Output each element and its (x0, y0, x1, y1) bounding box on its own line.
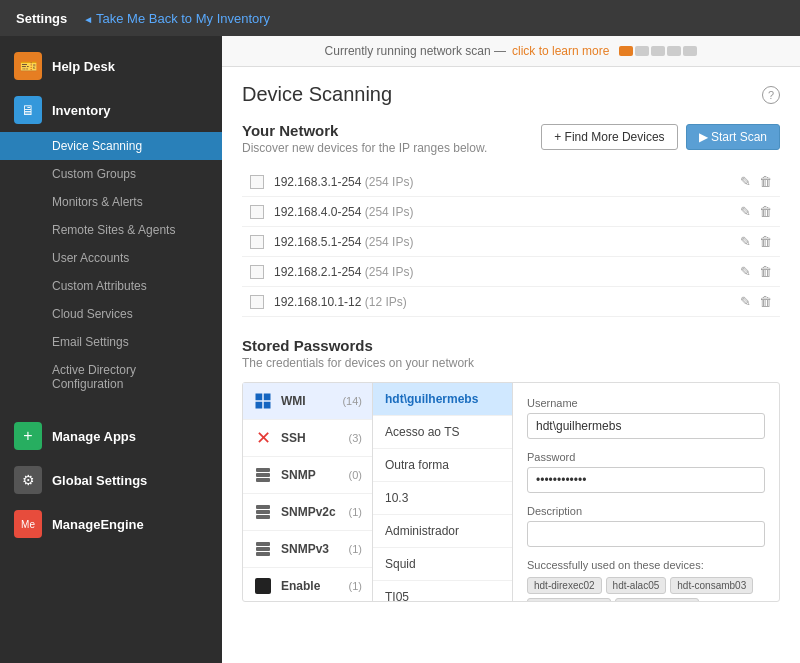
delete-icon-2[interactable]: 🗑 (759, 204, 772, 219)
ip-checkbox-4[interactable] (250, 265, 264, 279)
device-tag: hdt-direxec02 (527, 577, 602, 594)
ip-range-row: 192.168.5.1-254 (254 IPs) ✎ 🗑 (242, 227, 780, 257)
protocol-item-wmi[interactable]: WMI (14) (243, 383, 372, 420)
username-label: Username (527, 397, 765, 409)
svg-rect-11 (256, 542, 270, 546)
manage-apps-label: Manage Apps (52, 429, 136, 444)
edit-icon-1[interactable]: ✎ (740, 174, 751, 189)
snmpv3-icon (253, 539, 273, 559)
delete-icon-1[interactable]: 🗑 (759, 174, 772, 189)
ip-actions-1: ✎ 🗑 (740, 174, 772, 189)
ip-checkbox-1[interactable] (250, 175, 264, 189)
sidebar-item-custom-groups[interactable]: Custom Groups (0, 160, 222, 188)
password-input[interactable] (527, 467, 765, 493)
svg-rect-6 (256, 478, 270, 482)
edit-icon-2[interactable]: ✎ (740, 204, 751, 219)
sidebar-item-global-settings[interactable]: ⚙ Global Settings (0, 458, 222, 502)
ip-range-text-3: 192.168.5.1-254 (254 IPs) (274, 235, 740, 249)
protocol-name-enable: Enable (281, 579, 349, 593)
svg-rect-2 (256, 402, 263, 409)
delete-icon-4[interactable]: 🗑 (759, 264, 772, 279)
svg-rect-10 (256, 547, 270, 551)
edit-icon-4[interactable]: ✎ (740, 264, 751, 279)
svg-rect-9 (256, 515, 270, 519)
ip-checkbox-5[interactable] (250, 295, 264, 309)
credential-item-10-3[interactable]: 10.3 (373, 482, 512, 515)
your-network-subtitle: Discover new devices for the IP ranges b… (242, 141, 541, 155)
scan-bar-4 (667, 46, 681, 56)
protocol-list: WMI (14) ✕ SSH (3) SNMP (0) (243, 383, 373, 601)
start-scan-button[interactable]: ▶ Start Scan (686, 124, 780, 150)
ip-actions-5: ✎ 🗑 (740, 294, 772, 309)
sidebar-subnav: Device Scanning Custom Groups Monitors &… (0, 132, 222, 398)
protocol-count-wmi: (14) (342, 395, 362, 407)
help-icon[interactable]: ? (762, 86, 780, 104)
sidebar-item-manageengine[interactable]: Me ManageEngine (0, 502, 222, 546)
protocol-name-snmp: SNMP (281, 468, 349, 482)
sidebar-item-custom-attributes[interactable]: Custom Attributes (0, 272, 222, 300)
credential-item-ti05[interactable]: TI05 (373, 581, 512, 601)
ip-checkbox-2[interactable] (250, 205, 264, 219)
delete-icon-5[interactable]: 🗑 (759, 294, 772, 309)
ip-actions-4: ✎ 🗑 (740, 264, 772, 279)
sidebar-bottom-section: + Manage Apps ⚙ Global Settings Me Manag… (0, 406, 222, 554)
description-input[interactable] (527, 521, 765, 547)
sidebar-item-cloud-services[interactable]: Cloud Services (0, 300, 222, 328)
credential-item-outra-forma[interactable]: Outra forma (373, 449, 512, 482)
your-network-title: Your Network (242, 122, 541, 139)
edit-icon-3[interactable]: ✎ (740, 234, 751, 249)
protocol-name-wmi: WMI (281, 394, 342, 408)
passwords-panel: WMI (14) ✕ SSH (3) SNMP (0) (242, 382, 780, 602)
global-settings-icon: ⚙ (14, 466, 42, 494)
protocol-item-snmpv3[interactable]: SNMPv3 (1) (243, 531, 372, 568)
device-tag: hdt-alac05 (606, 577, 667, 594)
ip-range-row: 192.168.4.0-254 (254 IPs) ✎ 🗑 (242, 197, 780, 227)
sidebar-top-section: 🎫 Help Desk 🖥 Inventory Device Scanning … (0, 36, 222, 406)
credential-item-squid[interactable]: Squid (373, 548, 512, 581)
edit-icon-5[interactable]: ✎ (740, 294, 751, 309)
sidebar-item-inventory[interactable]: 🖥 Inventory (0, 88, 222, 132)
credential-item-administrador[interactable]: Administrador (373, 515, 512, 548)
sidebar-item-device-scanning[interactable]: Device Scanning (0, 132, 222, 160)
scan-bar-1 (619, 46, 633, 56)
enable-icon (253, 576, 273, 596)
sidebar-item-active-directory[interactable]: Active Directory Configuration (0, 356, 222, 398)
network-actions: + Find More Devices ▶ Start Scan (541, 124, 780, 150)
stored-passwords-title: Stored Passwords (242, 337, 780, 354)
username-input[interactable] (527, 413, 765, 439)
svg-rect-3 (264, 402, 271, 409)
find-more-devices-button[interactable]: + Find More Devices (541, 124, 677, 150)
credential-list: hdt\guilhermebs Acesso ao TS Outra forma… (373, 383, 513, 601)
sidebar-item-user-accounts[interactable]: User Accounts (0, 244, 222, 272)
sidebar-item-helpdesk[interactable]: 🎫 Help Desk (0, 44, 222, 88)
credential-item-acesso-ts[interactable]: Acesso ao TS (373, 416, 512, 449)
ip-actions-2: ✎ 🗑 (740, 204, 772, 219)
password-group: Password (527, 451, 765, 493)
protocol-name-snmpv3: SNMPv3 (281, 542, 349, 556)
protocol-item-snmpv2c[interactable]: SNMPv2c (1) (243, 494, 372, 531)
scan-bar-2 (635, 46, 649, 56)
scan-learn-more-link[interactable]: click to learn more (512, 44, 609, 58)
sidebar-item-remote-sites[interactable]: Remote Sites & Agents (0, 216, 222, 244)
svg-rect-4 (256, 473, 270, 477)
svg-rect-12 (256, 552, 270, 556)
protocol-item-enable[interactable]: Enable (1) (243, 568, 372, 601)
credential-item-guilhermebs[interactable]: hdt\guilhermebs (373, 383, 512, 416)
protocol-item-snmp[interactable]: SNMP (0) (243, 457, 372, 494)
settings-title: Settings (16, 11, 67, 26)
main-content: Currently running network scan — click t… (222, 36, 800, 663)
sidebar-item-monitors-alerts[interactable]: Monitors & Alerts (0, 188, 222, 216)
protocol-item-ssh[interactable]: ✕ SSH (3) (243, 420, 372, 457)
ip-range-text-5: 192.168.10.1-12 (12 IPs) (274, 295, 740, 309)
back-link[interactable]: Take Me Back to My Inventory (83, 11, 270, 26)
ip-range-row: 192.168.2.1-254 (254 IPs) ✎ 🗑 (242, 257, 780, 287)
manageengine-label: ManageEngine (52, 517, 144, 532)
sidebar-item-email-settings[interactable]: Email Settings (0, 328, 222, 356)
ip-checkbox-3[interactable] (250, 235, 264, 249)
sidebar-item-manage-apps[interactable]: + Manage Apps (0, 414, 222, 458)
credential-detail: Username Password Description Successful… (513, 383, 779, 601)
delete-icon-3[interactable]: 🗑 (759, 234, 772, 249)
username-group: Username (527, 397, 765, 439)
sidebar: 🎫 Help Desk 🖥 Inventory Device Scanning … (0, 36, 222, 663)
snmp-icon (253, 465, 273, 485)
